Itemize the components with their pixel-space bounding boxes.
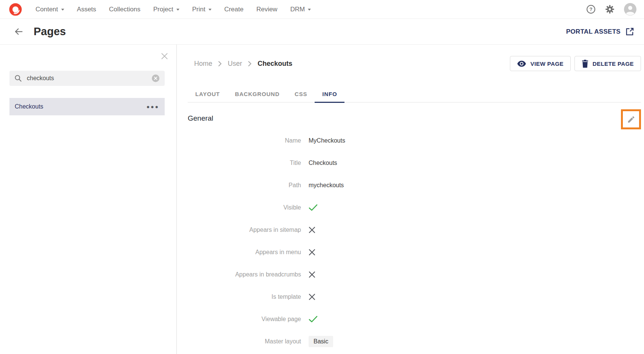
chevron-down-icon [208,9,212,11]
list-item-label: Checkouts [15,103,43,110]
field-value: Checkouts [309,160,337,166]
nav-item-label: Create [224,6,244,13]
arrow-left-icon [14,26,24,37]
pages-sidebar: Checkouts ●●● [0,45,177,354]
cross-icon [309,271,315,278]
general-fields: Name MyCheckouts Title Checkouts Path my… [188,129,641,352]
field-value: MyCheckouts [309,137,345,144]
breadcrumb-home[interactable]: Home [194,60,212,68]
field-label: Path [188,182,301,189]
view-page-label: VIEW PAGE [530,61,564,67]
avatar[interactable] [624,3,636,16]
trash-icon [582,60,588,68]
nav-item-content[interactable]: Content [36,6,64,13]
field-label: Appears in breadcrumbs [188,271,301,278]
nav-item-label: Assets [77,6,96,13]
clear-search-icon[interactable] [151,74,160,82]
app-logo-icon[interactable] [9,3,22,16]
detail-tabs: LAYOUT BACKGROUND CSS INFO [188,86,641,102]
gear-icon[interactable] [605,4,615,14]
page-header: Pages PORTAL ASSETS [0,19,644,45]
nav-item-create[interactable]: Create [224,6,244,13]
nav-item-collections[interactable]: Collections [109,6,141,13]
field-label: Is template [188,293,301,300]
check-icon [309,315,318,323]
svg-text:?: ? [590,6,593,12]
breadcrumb-current: Checkouts [258,60,292,68]
external-link-icon [625,27,634,36]
delete-page-button[interactable]: DELETE PAGE [575,56,641,71]
nav-item-review[interactable]: Review [256,6,278,13]
field-label: Appears in menu [188,249,301,256]
field-row-appears-in-breadcrumbs: Appears in breadcrumbs [188,263,641,286]
content-area: Checkouts ●●● Home User Checkouts VIEW P… [0,45,644,354]
breadcrumb: Home User Checkouts [188,60,292,68]
field-row-is-template: Is template [188,286,641,308]
tab-layout[interactable]: LAYOUT [188,86,227,103]
nav-item-drm[interactable]: DRM [290,6,311,13]
breadcrumb-user[interactable]: User [228,60,242,68]
nav-right-icons: ? [586,3,636,16]
field-row-title: Title Checkouts [188,152,641,174]
field-row-master-layout: Master layout Basic [188,330,641,352]
cross-icon [309,249,315,256]
cross-icon [309,227,315,233]
field-value: mycheckouts [309,182,344,189]
close-icon[interactable] [160,52,169,62]
field-row-name: Name MyCheckouts [188,129,641,152]
master-layout-badge: Basic [309,336,333,347]
eye-icon [517,61,526,67]
nav-item-label: Content [36,6,58,13]
tab-info[interactable]: INFO [315,86,344,103]
field-label: Name [188,137,301,144]
chevron-down-icon [308,9,311,11]
tab-background[interactable]: BACKGROUND [227,86,287,103]
top-nav: Content Assets Collections Project Print… [0,0,644,19]
edit-general-button[interactable] [621,109,641,129]
view-page-button[interactable]: VIEW PAGE [510,56,571,71]
search-box [9,71,165,86]
field-row-viewable-page: Viewable page [188,308,641,330]
field-label: Viewable page [188,316,301,323]
field-row-appears-in-sitemap: Appears in sitemap [188,219,641,241]
field-row-path: Path mycheckouts [188,174,641,196]
field-row-visible: Visible [188,196,641,219]
chevron-down-icon [176,9,179,11]
cross-icon [309,293,315,300]
delete-page-label: DELETE PAGE [593,61,634,67]
nav-item-print[interactable]: Print [192,6,212,13]
section-title: General [188,114,213,123]
portal-assets-label: PORTAL ASSETS [566,28,621,36]
nav-item-assets[interactable]: Assets [77,6,96,13]
nav-item-label: Project [153,6,173,13]
chevron-right-icon [218,61,222,67]
field-label: Appears in sitemap [188,227,301,233]
nav-menu: Content Assets Collections Project Print… [36,6,311,13]
chevron-down-icon [61,9,64,11]
nav-item-project[interactable]: Project [153,6,179,13]
page-detail-panel: Home User Checkouts VIEW PAGE DELETE PAG… [177,45,644,354]
nav-item-label: Collections [109,6,141,13]
search-input[interactable] [27,75,151,82]
help-icon[interactable]: ? [586,5,596,14]
field-label: Visible [188,204,301,211]
portal-assets-link[interactable]: PORTAL ASSETS [566,27,634,36]
tab-css[interactable]: CSS [287,86,315,103]
field-label: Master layout [188,338,301,345]
search-icon [14,75,22,82]
field-label: Title [188,160,301,166]
back-button[interactable] [14,26,24,37]
pencil-icon [627,115,635,124]
nav-item-label: DRM [290,6,305,13]
nav-item-label: Review [256,6,278,13]
pages-list: Checkouts ●●● [9,98,165,115]
list-item-checkouts[interactable]: Checkouts ●●● [9,98,165,115]
more-options-icon[interactable]: ●●● [147,104,159,110]
nav-item-label: Print [192,6,205,13]
check-icon [309,204,318,211]
page-title: Pages [34,25,66,38]
chevron-right-icon [248,61,252,67]
field-row-appears-in-menu: Appears in menu [188,241,641,263]
